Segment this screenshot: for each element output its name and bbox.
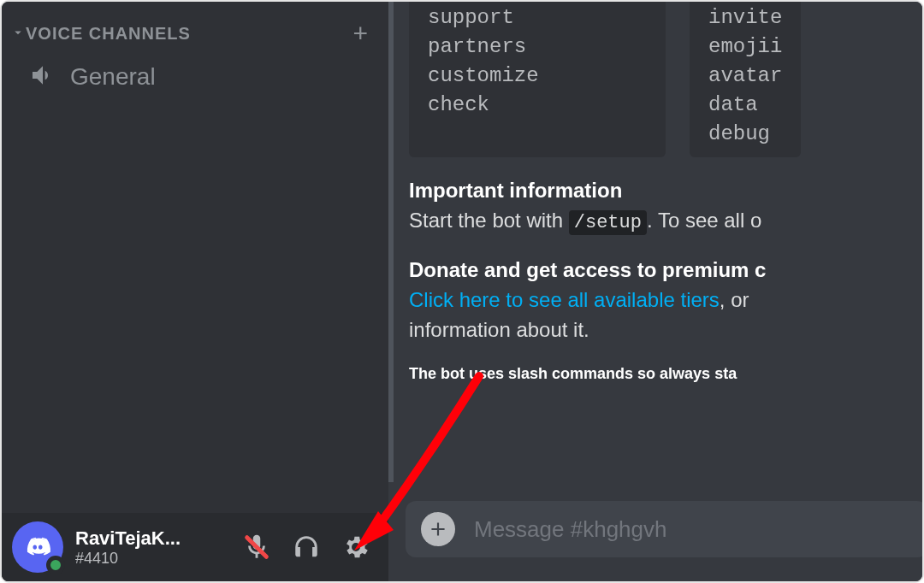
message-input-box bbox=[406, 501, 924, 557]
embed-footer: The bot uses slash commands so always st… bbox=[409, 365, 922, 383]
user-settings-button[interactable] bbox=[341, 532, 371, 562]
voice-channel-name: General bbox=[70, 63, 156, 91]
user-tag: #4410 bbox=[75, 550, 241, 568]
gear-icon bbox=[341, 533, 370, 562]
voice-channels-label: VOICE CHANNELS bbox=[26, 24, 347, 44]
heading-donate: Donate and get access to premium c bbox=[409, 258, 766, 281]
tiers-link[interactable]: Click here to see all available tiers bbox=[409, 288, 720, 311]
commands-lists: donate support partners customize check … bbox=[409, 2, 922, 157]
deafen-button[interactable] bbox=[291, 532, 322, 562]
mute-button[interactable] bbox=[241, 532, 272, 562]
user-panel: RaviTejaK... #4410 bbox=[2, 513, 388, 581]
status-online-icon bbox=[46, 556, 65, 574]
embed-accent-bar bbox=[388, 2, 394, 482]
commands-box-1: donate support partners customize check bbox=[409, 2, 666, 157]
attach-button[interactable] bbox=[421, 512, 455, 546]
heading-important: Important information bbox=[409, 179, 622, 202]
chevron-down-icon bbox=[10, 25, 26, 43]
plus-icon bbox=[427, 518, 449, 540]
voice-channel-general[interactable]: General bbox=[2, 53, 388, 101]
mic-muted-icon bbox=[242, 533, 271, 562]
user-name: RaviTejaK... bbox=[75, 527, 241, 550]
discord-logo-icon bbox=[23, 533, 52, 562]
speaker-icon bbox=[29, 62, 56, 92]
chat-area: donate support partners customize check … bbox=[388, 2, 922, 581]
commands-box-2: invite emojii avatar data debug bbox=[690, 2, 801, 157]
channel-sidebar: VOICE CHANNELS + General bbox=[2, 2, 388, 581]
code-setup: /setup bbox=[569, 210, 647, 235]
avatar[interactable] bbox=[12, 521, 63, 573]
voice-channels-header[interactable]: VOICE CHANNELS + bbox=[2, 2, 388, 53]
message-input[interactable] bbox=[474, 516, 919, 543]
add-channel-button[interactable]: + bbox=[347, 21, 373, 46]
headphones-icon bbox=[292, 533, 321, 562]
